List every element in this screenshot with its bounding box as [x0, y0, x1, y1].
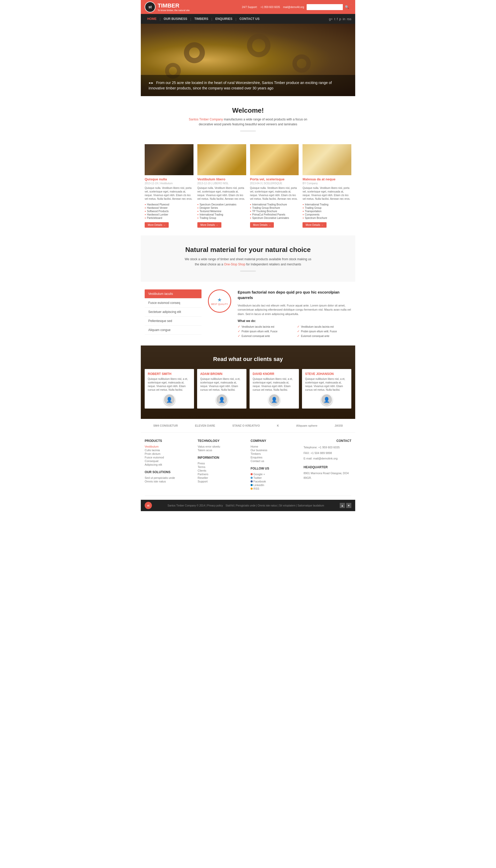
nav-our-business[interactable]: OUR BUSINESS [161, 14, 190, 24]
footer-social-gplus[interactable]: Google + [251, 472, 298, 476]
scroll-down-button[interactable]: ▼ [346, 503, 351, 508]
tab-item-1[interactable]: Vestibulum iaculis [145, 290, 202, 298]
support-label: 24/7 Support: [242, 6, 257, 9]
nav-divider: | [160, 17, 160, 21]
search-box[interactable]: 🔍 [307, 4, 351, 10]
tab-item-2[interactable]: Fusce euismod conseq [145, 298, 202, 308]
client-card-3: DAVID KNORR Quisque nullibulum libero ni… [250, 369, 299, 408]
search-input[interactable] [307, 4, 343, 10]
footer-company-link-1[interactable]: Home [251, 445, 298, 448]
footer-company-link-2[interactable]: Our business [251, 448, 298, 452]
phone-number: +1 959 603 6035 [260, 6, 280, 9]
nav-divider: | [236, 17, 236, 21]
tab-item-3[interactable]: Sectetuer adipiscing elit [145, 308, 202, 316]
footer-product-link-3[interactable]: Proin dictum [145, 452, 192, 455]
footer-info-link-3[interactable]: Clients [198, 469, 245, 472]
footer-social-rss[interactable]: RSS [251, 487, 298, 491]
footer-product-link-6[interactable]: Adipiscing elit [145, 463, 192, 466]
bottom-nav-links: StatVid | Persgiciatis unde | Omnis iste… [226, 504, 324, 507]
list-item: Trading Group [303, 206, 351, 210]
footer-company-link-5[interactable]: Contact us [251, 459, 298, 463]
what-we-do-item-4: Probin ipsum eltum velit. Fusce [297, 329, 351, 333]
list-item: Transportation [303, 210, 351, 213]
list-item: International Trading Brochure [250, 203, 299, 206]
nav-timbers[interactable]: TIMBERS [192, 14, 211, 24]
facebook-dot-icon [251, 480, 253, 482]
footer-hq-title: HEADQUARTER [304, 465, 351, 469]
list-item: Trading Group [197, 216, 246, 220]
social-facebook-icon[interactable]: f [337, 17, 338, 21]
linkedin-dot-icon [251, 484, 253, 486]
footer-tech-col: TECHNOLOGY Vatus error siivelu Tatem acu… [198, 439, 245, 491]
product-desc-1: Quisque nulla. Vestibum libero nisl, por… [145, 186, 193, 201]
social-pinterest-icon[interactable]: p [339, 17, 341, 21]
tab-item-5[interactable]: Aliquam congue [145, 326, 202, 335]
footer-company-link-4[interactable]: Enquiries [251, 455, 298, 459]
footer-product-link-4[interactable]: Fusce euismod [145, 455, 192, 459]
social-linkedin-icon[interactable]: in [343, 17, 345, 21]
product-card-3: Porta vel, scelerisque 2013-04-3 | SCELE… [250, 144, 299, 228]
footer-product-link-1[interactable]: Vestibulum [145, 445, 192, 448]
epsum-title: Epsum factorial non depo quid pro quo hi… [238, 290, 351, 300]
footer-solution-link-2[interactable]: Omnis iste natus [145, 480, 192, 483]
footer-contact-col: CONTACT Telephone: +1 959 603 6035 FAX: … [304, 439, 351, 491]
more-details-btn-4[interactable]: More Details [303, 222, 327, 228]
footer-social-facebook[interactable]: Facebook [251, 480, 298, 483]
client-name-4: STEVE JOHANSON [305, 372, 348, 376]
list-item: Hardwood Lumber [145, 213, 193, 216]
scroll-up-button[interactable]: ▲ [340, 503, 345, 508]
footer-info-link-2[interactable]: Terms [198, 465, 245, 469]
more-details-btn-1[interactable]: More Details [145, 222, 169, 228]
client-card-2: ADAM BROWN Quisque nullibulum libero nis… [197, 369, 246, 408]
footer-fax: FAX: +1 504 889 9898 [304, 450, 351, 456]
product-card-1: Quisque nulla 2013-12-19 | Vestibulum Qu… [145, 144, 193, 228]
avatar-icon-3: 👤 [271, 397, 277, 403]
more-details-btn-2[interactable]: More Details [197, 222, 221, 228]
footer-info-link-6[interactable]: Support [198, 480, 245, 483]
hero-prev-arrow[interactable]: ◂ ▸ [149, 81, 153, 85]
nav-home[interactable]: HOME [145, 14, 159, 24]
footer: PRODUCTS Vestibulum Culis lacinia Proin … [141, 433, 355, 500]
footer-email: E-mail: mail@demolink.org [304, 456, 351, 462]
nav-enquiries[interactable]: ENQUIRIES [213, 14, 235, 24]
more-details-btn-3[interactable]: More Details [250, 222, 274, 228]
tabs-column: Vestibulum iaculis Fusce euismod conseq … [145, 290, 202, 335]
footer-hq-address: 8901 Marmora Road Glasgow, DO4 89GR. [304, 471, 351, 480]
footer-info-link-4[interactable]: Partners [198, 472, 245, 476]
search-button[interactable]: 🔍 [343, 4, 351, 10]
client-avatar-1: 👤 [164, 394, 175, 405]
product-card-2: Vestibulum libero 2013-12-19 | LIBERO NI… [197, 144, 246, 228]
social-gplus-icon[interactable]: g+ [329, 17, 333, 21]
footer-company-title: COMPANY [251, 439, 298, 443]
top-right: 24/7 Support: +1 959 603 6035 mail@demo4… [242, 4, 351, 10]
product-list-2: Spectrum Decorative Laminates Designer S… [197, 203, 246, 220]
social-twitter-icon[interactable]: t [334, 17, 335, 21]
list-item: Spectrum Decorative Laminates [250, 216, 299, 220]
footer-info-link-1[interactable]: Press [198, 462, 245, 465]
footer-info-link-5[interactable]: Reseller [198, 476, 245, 480]
social-rss-icon[interactable]: rss [347, 17, 351, 21]
brand-name: TIMBER To know timber, the natural site [158, 2, 190, 12]
nav-links: HOME | OUR BUSINESS | TIMBERS | ENQUIRIE… [145, 14, 262, 24]
footer-tech-link-2[interactable]: Tatem acus [198, 448, 245, 452]
what-we-do-item-3: Probin ipsum eltum velit. Fusce [238, 329, 292, 333]
footer-contact-title: CONTACT [304, 439, 351, 443]
company-link[interactable]: Santos Timber Company [189, 118, 223, 121]
partner-logo-1: SM4 CONSUETUR [153, 424, 178, 427]
natural-title: Natural material for your natural choice [161, 246, 335, 254]
product-date-2: 2013-12-19 | LIBERO NISL [197, 182, 246, 185]
nav-contact-us[interactable]: CONTACT US [237, 14, 262, 24]
footer-company-link-3[interactable]: Timbers [251, 452, 298, 455]
list-item: Trading Group Brochure [250, 206, 299, 210]
footer-social-linkedin[interactable]: LinkedIn [251, 483, 298, 487]
footer-product-link-2[interactable]: Culis lacinia [145, 448, 192, 452]
footer-product-link-5[interactable]: Consequat [145, 459, 192, 463]
tab-item-4[interactable]: Pellentesque sed [145, 316, 202, 326]
footer-social-twitter[interactable]: Twitter [251, 476, 298, 480]
footer-tech-link-1[interactable]: Vatus error siivelu [198, 445, 245, 448]
bottom-links: Santos Timber Company © 2014 | Privacy p… [167, 504, 324, 507]
footer-solution-link-1[interactable]: Sed ut perspiciatis unde [145, 476, 192, 480]
one-stop-link[interactable]: One-Stop Shop [224, 263, 245, 266]
footer-telephone: Telephone: +1 959 603 6035 [304, 445, 351, 450]
list-item: Components [303, 213, 351, 216]
